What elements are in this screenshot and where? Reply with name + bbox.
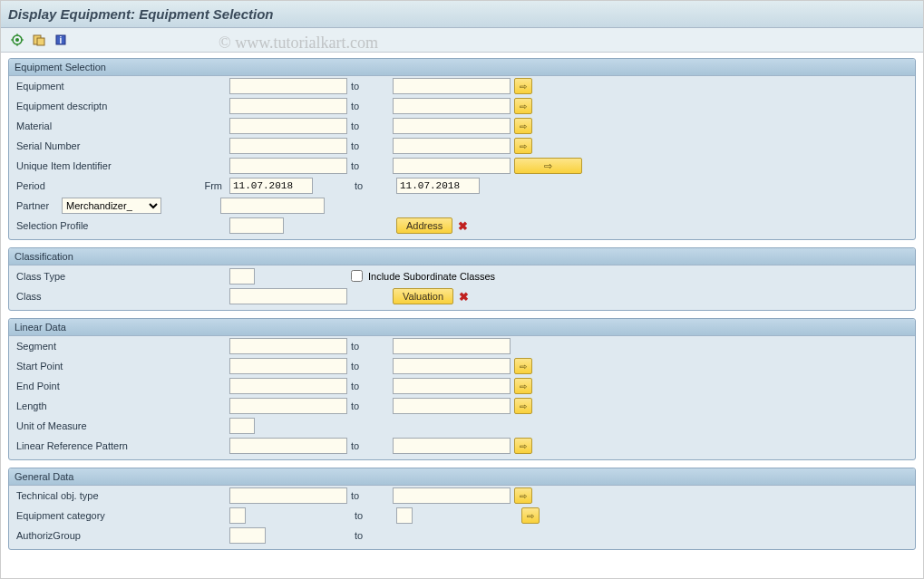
multiple-selection-icon[interactable]: ⇨ — [514, 487, 532, 504]
lrp-label: Linear Reference Pattern — [16, 440, 143, 451]
class-type-input[interactable] — [229, 268, 255, 285]
class-type-label: Class Type — [16, 271, 143, 282]
multiple-selection-icon[interactable]: ⇨ — [514, 78, 532, 94]
equipment-from-input[interactable] — [229, 78, 347, 94]
period-from-input[interactable] — [229, 178, 313, 194]
lrp-to-input[interactable] — [393, 438, 511, 454]
multiple-selection-icon[interactable]: ⇨ — [514, 398, 532, 414]
uii-from-input[interactable] — [229, 158, 347, 174]
segment-from-input[interactable] — [229, 338, 347, 354]
serial-label: Serial Number — [16, 140, 143, 151]
variant-icon[interactable] — [30, 32, 48, 48]
group-title: Classification — [9, 248, 915, 265]
equip-cat-from-input[interactable] — [229, 507, 246, 524]
group-general-data: General Data Technical obj. type to ⇨ Eq… — [8, 468, 916, 550]
equipment-to-input[interactable] — [393, 78, 511, 94]
material-label: Material — [16, 121, 143, 131]
svg-point-1 — [15, 38, 19, 42]
multiple-selection-icon[interactable]: ⇨ — [514, 438, 532, 454]
uom-input[interactable] — [229, 418, 255, 434]
selection-profile-input[interactable] — [229, 217, 284, 234]
group-linear-data: Linear Data Segment to Start Point to ⇨ … — [8, 318, 916, 460]
info-icon[interactable]: i — [52, 32, 70, 48]
multiple-selection-icon[interactable]: ⇨ — [514, 138, 532, 154]
material-to-input[interactable] — [393, 118, 511, 134]
group-classification: Classification Class Type Include Subord… — [8, 247, 916, 311]
uii-to-input[interactable] — [393, 158, 511, 174]
tech-obj-label: Technical obj. type — [16, 490, 143, 501]
equip-cat-label: Equipment category — [16, 510, 143, 521]
multiple-selection-wide-icon[interactable]: ⇨ — [514, 158, 582, 174]
uom-label: Unit of Measure — [16, 420, 143, 431]
lrp-from-input[interactable] — [229, 438, 347, 454]
equipment-desc-from-input[interactable] — [229, 98, 347, 114]
group-title: Linear Data — [9, 319, 915, 336]
partner-select[interactable]: Merchandizer_ — [62, 198, 161, 214]
start-point-to-input[interactable] — [393, 358, 511, 374]
class-input[interactable] — [229, 288, 347, 304]
svg-text:i: i — [60, 35, 63, 45]
group-title: Equipment Selection — [9, 59, 915, 76]
selection-profile-label: Selection Profile — [16, 220, 143, 231]
length-to-input[interactable] — [393, 398, 511, 414]
multiple-selection-icon[interactable]: ⇨ — [514, 358, 532, 374]
class-label: Class — [16, 291, 143, 302]
segment-label: Segment — [16, 341, 143, 352]
cancel-icon[interactable]: ✖ — [459, 290, 469, 304]
multiple-selection-icon[interactable]: ⇨ — [514, 118, 532, 134]
address-button[interactable]: Address — [396, 217, 452, 234]
title-bar: Display Equipment: Equipment Selection — [1, 1, 923, 28]
execute-icon[interactable] — [8, 32, 26, 48]
equip-cat-to-input[interactable] — [396, 507, 413, 524]
end-point-from-input[interactable] — [229, 378, 347, 394]
start-point-label: Start Point — [16, 361, 143, 372]
uii-label: Unique Item Identifier — [16, 160, 143, 171]
auth-group-from-input[interactable] — [229, 527, 266, 544]
multiple-selection-icon[interactable]: ⇨ — [514, 98, 532, 114]
equipment-label: Equipment — [16, 81, 143, 92]
period-to-input[interactable] — [396, 178, 480, 194]
period-sub-label: Frm — [143, 180, 229, 191]
include-subordinate-label: Include Subordinate Classes — [368, 271, 495, 282]
valuation-button[interactable]: Valuation — [393, 288, 453, 304]
svg-rect-7 — [37, 38, 44, 45]
serial-from-input[interactable] — [229, 138, 347, 154]
serial-to-input[interactable] — [393, 138, 511, 154]
auth-group-label: AuthorizGroup — [16, 530, 143, 541]
end-point-to-input[interactable] — [393, 378, 511, 394]
cancel-icon[interactable]: ✖ — [458, 219, 468, 233]
start-point-from-input[interactable] — [229, 358, 347, 374]
include-subordinate-checkbox[interactable] — [351, 270, 363, 282]
multiple-selection-icon[interactable]: ⇨ — [514, 378, 532, 394]
multiple-selection-icon[interactable]: ⇨ — [521, 507, 540, 524]
toolbar: i — [1, 28, 923, 53]
period-label: Period — [16, 180, 143, 191]
end-point-label: End Point — [16, 381, 143, 391]
partner-input[interactable] — [220, 198, 325, 214]
length-from-input[interactable] — [229, 398, 347, 414]
equipment-desc-label: Equipment descriptn — [16, 101, 143, 111]
group-equipment-selection: Equipment Selection Equipment to ⇨ Equip… — [8, 58, 916, 240]
partner-label: Partner — [16, 200, 62, 211]
material-from-input[interactable] — [229, 118, 347, 134]
tech-obj-to-input[interactable] — [393, 487, 511, 504]
page-title: Display Equipment: Equipment Selection — [8, 6, 916, 22]
tech-obj-from-input[interactable] — [229, 487, 347, 504]
group-title: General Data — [9, 468, 915, 486]
equipment-desc-to-input[interactable] — [393, 98, 511, 114]
segment-to-input[interactable] — [393, 338, 511, 354]
length-label: Length — [16, 400, 143, 411]
